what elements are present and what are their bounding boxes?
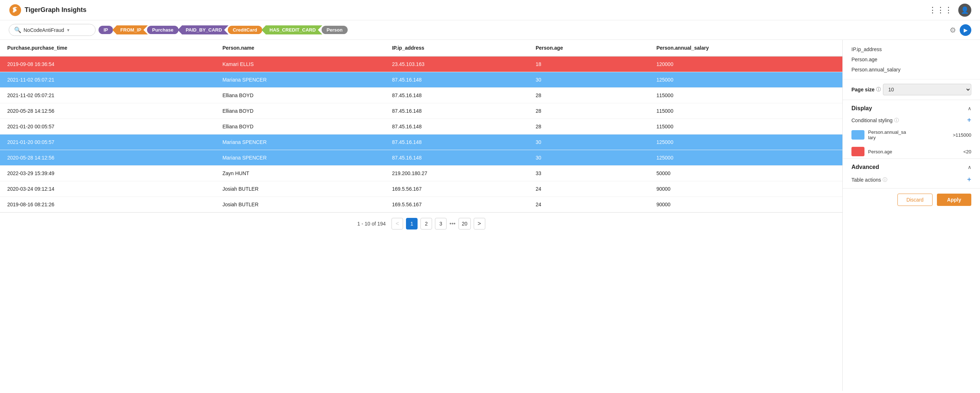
advanced-section-header: Advanced ∧ [843,158,980,173]
cell-ip-address: 219.200.180.27 [385,166,528,181]
page-size-select[interactable]: 5 10 20 50 100 [883,84,971,95]
table-row[interactable]: 2021-01-20 00:05:57 Mariana SPENCER 87.4… [0,134,842,150]
topbar-left: TigerGraph Insights [9,4,87,17]
node-person[interactable]: Person [321,26,348,34]
conditional-styling-label: Conditional styling ⓘ + [843,115,980,127]
cell-person-name: Elliana BOYD [215,103,385,119]
table-row[interactable]: 2019-08-16 08:21:26 Josiah BUTLER 169.5.… [0,197,842,212]
discard-button[interactable]: Discard [897,193,932,206]
query-path: IP FROM_IP Purchase PAID_BY_CARD CreditC… [99,26,348,34]
logo-icon [9,4,22,17]
display-section-header: Display ∧ [843,100,980,115]
table-actions-label: Table actions ⓘ [851,177,887,183]
display-title: Display [851,105,872,112]
cell-ip-address: 87.45.16.148 [385,103,528,119]
condition-field-2: Person.age [868,149,960,155]
search-input-wrap[interactable]: 🔍 NoCodeAntiFraud ▼ [9,24,95,36]
next-page-button[interactable]: > [474,218,485,230]
table-actions-row: Table actions ⓘ + [843,173,980,188]
table-row[interactable]: 2021-01-20 00:05:57 Elliana BOYD 87.45.1… [0,119,842,134]
cell-purchase-time: 2021-11-02 05:07:21 [0,72,215,88]
avatar[interactable]: 👤 [958,4,971,17]
cell-person-name: Elliana BOYD [215,88,385,103]
advanced-collapse-icon[interactable]: ∧ [968,164,971,170]
grid-icon[interactable]: ⋮⋮⋮ [929,5,953,15]
graph-label: NoCodeAntiFraud [24,27,64,33]
table-row[interactable]: 2022-03-29 15:39:49 Zayn HUNT 219.200.18… [0,166,842,181]
condition-row-1: Person.annual_salary >115000 [843,127,980,142]
cell-person-age: 30 [528,134,649,150]
page-1-button[interactable]: 1 [406,218,418,230]
col-person-name: Person.name [215,40,385,56]
edge-paid-by-card[interactable]: PAID_BY_CARD [178,26,229,34]
table-body: 2019-09-08 16:36:54 Kamari ELLIS 23.45.1… [0,56,842,212]
cell-ip-address: 169.5.56.167 [385,197,528,212]
cell-person-name: Josiah BUTLER [215,181,385,197]
page-20-button[interactable]: 20 [458,218,471,230]
table-row[interactable]: 2020-03-24 09:12:14 Josiah BUTLER 169.5.… [0,181,842,197]
cell-person-age: 28 [528,119,649,134]
node-ip[interactable]: IP [99,26,113,34]
cell-annual-salary: 115000 [649,88,842,103]
topbar: TigerGraph Insights ⋮⋮⋮ 👤 [0,0,980,20]
prev-page-button[interactable]: < [391,218,403,230]
cell-person-name: Zayn HUNT [215,166,385,181]
results-table: Purchase.purchase_time Person.name IP.ip… [0,40,842,212]
page-3-button[interactable]: 3 [435,218,447,230]
add-table-action-button[interactable]: + [967,176,971,184]
cell-annual-salary: 115000 [649,119,842,134]
panel-footer: Discard Apply [843,188,980,211]
brand-name: TigerGraph Insights [25,6,87,14]
cell-annual-salary: 125000 [649,134,842,150]
cell-person-name: Josiah BUTLER [215,197,385,212]
play-icon: ▶ [964,27,968,33]
svg-point-1 [14,9,16,11]
cell-annual-salary: 125000 [649,150,842,166]
settings-icon[interactable]: ⚙ [950,26,956,34]
cell-person-age: 24 [528,197,649,212]
node-purchase[interactable]: Purchase [147,26,178,34]
field-ip-address: IP.ip_address [851,44,971,54]
main-layout: Purchase.purchase_time Person.name IP.ip… [0,40,980,391]
node-creditcard[interactable]: CreditCard [228,26,262,34]
display-collapse-icon[interactable]: ∧ [968,105,971,111]
cell-ip-address: 169.5.56.167 [385,181,528,197]
cell-purchase-time: 2021-01-20 00:05:57 [0,119,215,134]
searchbar: 🔍 NoCodeAntiFraud ▼ IP FROM_IP Purchase … [0,20,980,40]
top-fields: IP.ip_address Person.age Person.annual_s… [843,40,980,79]
cell-person-name: Elliana BOYD [215,119,385,134]
edge-has-credit-card[interactable]: HAS_CREDIT_CARD [261,26,322,34]
col-purchase-time: Purchase.purchase_time [0,40,215,56]
condition-color-2 [851,147,864,156]
table-row[interactable]: 2021-11-02 05:07:21 Mariana SPENCER 87.4… [0,72,842,88]
add-condition-button[interactable]: + [967,116,971,125]
cell-purchase-time: 2022-03-29 15:39:49 [0,166,215,181]
cell-person-name: Mariana SPENCER [215,134,385,150]
cell-purchase-time: 2019-08-16 08:21:26 [0,197,215,212]
searchbar-actions: ⚙ ▶ [950,24,971,36]
cell-person-age: 33 [528,166,649,181]
cond-help-icon: ⓘ [894,117,899,124]
edge-from-ip[interactable]: FROM_IP [112,26,148,34]
page-dots: ••• [449,220,456,227]
search-dropdown-arrow[interactable]: ▼ [66,28,70,32]
cell-ip-address: 23.45.103.163 [385,56,528,72]
cell-annual-salary: 90000 [649,197,842,212]
apply-button[interactable]: Apply [937,193,971,206]
cell-annual-salary: 90000 [649,181,842,197]
table-row[interactable]: 2020-05-28 14:12:56 Elliana BOYD 87.45.1… [0,103,842,119]
cell-person-age: 24 [528,181,649,197]
table-row[interactable]: 2020-05-28 14:12:56 Mariana SPENCER 87.4… [0,150,842,166]
table-row[interactable]: 2021-11-02 05:07:21 Elliana BOYD 87.45.1… [0,88,842,103]
cell-purchase-time: 2019-09-08 16:36:54 [0,56,215,72]
condition-value-2: <20 [963,149,971,155]
run-button[interactable]: ▶ [960,24,971,36]
table-row[interactable]: 2019-09-08 16:36:54 Kamari ELLIS 23.45.1… [0,56,842,72]
cell-ip-address: 87.45.16.148 [385,134,528,150]
page-size-row: Page size ⓘ 5 10 20 50 100 [843,79,980,100]
page-size-label: Page size ⓘ [851,86,881,93]
cell-ip-address: 87.45.16.148 [385,150,528,166]
cell-person-age: 30 [528,72,649,88]
page-2-button[interactable]: 2 [420,218,432,230]
field-annual-salary: Person.annual_salary [851,64,971,75]
